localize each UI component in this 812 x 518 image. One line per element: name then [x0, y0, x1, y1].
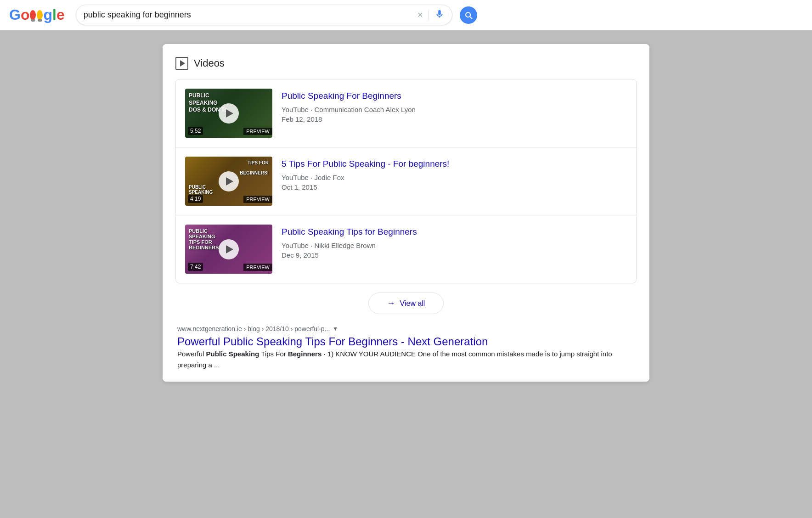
duration-1: 5:52 — [188, 127, 203, 135]
video-date-2: Oct 1, 2015 — [282, 183, 627, 191]
search-button[interactable] — [460, 6, 477, 24]
video-title-3[interactable]: Public Speaking Tips for Beginners — [282, 226, 627, 238]
desc-mid1: Tips For — [259, 350, 288, 358]
search-result: www.nextgeneration.ie › blog › 2018/10 ›… — [175, 325, 637, 371]
video-item: PUBLICSPEAKINGDOS & DON'Ts 5:52 PREVIEW … — [176, 79, 636, 147]
video-title-1[interactable]: Public Speaking For Beginners — [282, 90, 627, 102]
header: G o g l e public speaking for beginners … — [0, 0, 812, 30]
view-all-button[interactable]: → View all — [368, 293, 444, 314]
video-date-1: Feb 12, 2018 — [282, 115, 627, 123]
video-source-2: YouTube — [282, 174, 309, 181]
duration-2: 4:19 — [188, 195, 203, 203]
video-channel-2: Jodie Fox — [314, 174, 344, 181]
video-item: TIPS FORBEGINNERS! PUBLICSPEAKING 4:19 P… — [176, 147, 636, 215]
logo-g2: g — [43, 6, 52, 23]
dropdown-icon[interactable]: ▼ — [333, 326, 338, 332]
video-thumbnail-3[interactable]: PUBLICSPEAKINGTIPS FORBEGINNERS 7:42 PRE… — [185, 225, 272, 274]
play-button-2[interactable] — [219, 171, 239, 191]
videos-list: PUBLICSPEAKINGDOS & DON'Ts 5:52 PREVIEW … — [175, 79, 637, 283]
view-all-container: → View all — [175, 293, 637, 314]
logo-o1: o — [21, 6, 30, 23]
thumb-text-3: PUBLICSPEAKINGTIPS FORBEGINNERS — [189, 228, 219, 250]
preview-badge-2: PREVIEW — [243, 196, 272, 203]
arrow-icon: → — [387, 298, 395, 308]
desc-bold1: Public Speaking — [206, 350, 259, 358]
videos-header: Videos — [175, 57, 637, 70]
video-thumbnail-2[interactable]: TIPS FORBEGINNERS! PUBLICSPEAKING 4:19 P… — [185, 157, 272, 206]
play-button-1[interactable] — [219, 103, 239, 124]
video-source-1: YouTube — [282, 106, 309, 113]
videos-section-title: Videos — [194, 57, 225, 69]
desc-start: Powerful — [177, 350, 206, 358]
view-all-label: View all — [400, 299, 425, 308]
google-logo: G o g l e — [9, 6, 65, 23]
result-url: www.nextgeneration.ie › blog › 2018/10 ›… — [177, 325, 635, 332]
logo-g1: G — [9, 6, 21, 23]
desc-bold2: Beginners — [288, 350, 321, 358]
videos-section-icon — [175, 57, 188, 70]
video-info-3: Public Speaking Tips for Beginners YouTu… — [282, 225, 627, 259]
video-info-1: Public Speaking For Beginners YouTube · … — [282, 89, 627, 123]
main-content: Videos PUBLICSPEAKINGDOS & DON'Ts 5:52 P… — [0, 30, 812, 395]
duration-3: 7:42 — [188, 263, 203, 271]
preview-badge-3: PREVIEW — [243, 264, 272, 271]
logo-bulbs — [30, 10, 43, 22]
result-url-text: www.nextgeneration.ie › blog › 2018/10 ›… — [177, 325, 330, 332]
search-divider — [429, 10, 429, 21]
video-channel-1: Communication Coach Alex Lyon — [314, 106, 415, 113]
logo-l: l — [52, 6, 56, 23]
bulb-1 — [30, 10, 36, 22]
video-channel-3: Nikki Elledge Brown — [314, 242, 375, 249]
video-title-2[interactable]: 5 Tips For Public Speaking - For beginne… — [282, 158, 627, 170]
video-item: PUBLICSPEAKINGTIPS FORBEGINNERS 7:42 PRE… — [176, 215, 636, 283]
search-bar[interactable]: public speaking for beginners × — [76, 5, 452, 25]
search-input[interactable]: public speaking for beginners — [84, 10, 414, 20]
thumb-text-2b: PUBLICSPEAKING — [189, 185, 213, 195]
video-meta-2: YouTube · Jodie Fox — [282, 174, 627, 181]
video-source-3: YouTube — [282, 242, 309, 249]
video-date-3: Dec 9, 2015 — [282, 251, 627, 259]
video-thumbnail-1[interactable]: PUBLICSPEAKINGDOS & DON'Ts 5:52 PREVIEW — [185, 89, 272, 138]
result-description: Powerful Public Speaking Tips For Beginn… — [177, 349, 635, 371]
video-meta-3: YouTube · Nikki Elledge Brown — [282, 242, 627, 249]
preview-badge-1: PREVIEW — [243, 128, 272, 135]
clear-icon[interactable]: × — [417, 10, 423, 20]
video-info-2: 5 Tips For Public Speaking - For beginne… — [282, 157, 627, 191]
mic-icon[interactable] — [434, 9, 445, 21]
video-meta-1: YouTube · Communication Coach Alex Lyon — [282, 106, 627, 113]
search-icons: × — [417, 9, 445, 21]
logo-e: e — [56, 6, 65, 23]
result-title[interactable]: Powerful Public Speaking Tips For Beginn… — [177, 335, 488, 348]
play-button-3[interactable] — [219, 239, 239, 259]
thumb-text-2: TIPS FORBEGINNERS! — [240, 160, 269, 175]
results-container: Videos PUBLICSPEAKINGDOS & DON'Ts 5:52 P… — [163, 44, 649, 382]
bulb-2 — [37, 10, 43, 22]
